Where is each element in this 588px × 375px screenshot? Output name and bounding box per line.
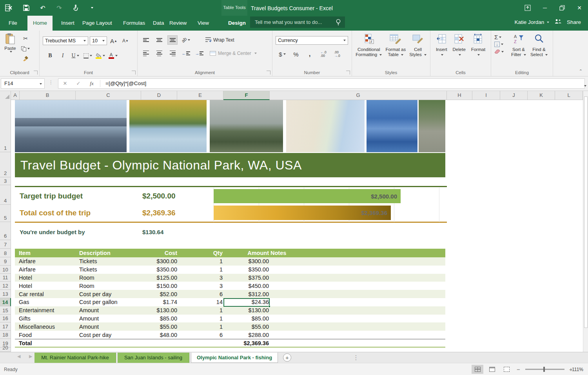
bold-button[interactable]: B: [45, 51, 55, 60]
cell[interactable]: Airfare: [19, 257, 78, 266]
sheet-nav-right-icon[interactable]: ▶: [29, 354, 32, 359]
cell[interactable]: $48.00: [138, 331, 177, 339]
alignment-dialog-launcher[interactable]: [267, 71, 270, 75]
tab-design[interactable]: Design: [223, 16, 251, 31]
number-format-combo[interactable]: Currency: [276, 36, 348, 45]
row-header-10[interactable]: 10: [0, 266, 11, 274]
under-budget-value[interactable]: $130.64: [142, 228, 163, 236]
decrease-font-icon[interactable]: A▼: [120, 36, 131, 46]
cell[interactable]: $130.00: [138, 306, 177, 315]
cancel-formula-icon[interactable]: ✕: [59, 79, 71, 88]
table-header-item[interactable]: Item: [19, 249, 78, 257]
total-cost-label[interactable]: Total cost of the trip: [20, 206, 91, 220]
cell[interactable]: $450.00: [230, 282, 269, 290]
column-header-J[interactable]: J: [500, 91, 528, 100]
increase-decimal-button[interactable]: ←.0.00: [318, 49, 328, 59]
row-header-7[interactable]: 7: [0, 240, 11, 249]
cell[interactable]: $350.00: [138, 266, 177, 274]
cell[interactable]: Entertainment: [19, 306, 78, 315]
cell[interactable]: $300.00: [230, 257, 269, 266]
sheet-tab-2[interactable]: San Juan Islands - sailing: [118, 353, 189, 363]
cell[interactable]: $350.00: [230, 266, 269, 274]
tab-file[interactable]: File: [3, 16, 23, 31]
table-header-description[interactable]: Description: [79, 249, 138, 257]
cell[interactable]: 6: [183, 290, 223, 298]
row-header-4[interactable]: 4: [0, 185, 11, 205]
tab-page-layout[interactable]: Page Layout: [77, 16, 118, 31]
row-header-15[interactable]: 15: [0, 306, 11, 315]
total-label[interactable]: Total: [19, 339, 78, 347]
cell[interactable]: $85.00: [138, 315, 177, 323]
normal-view-button[interactable]: [472, 365, 483, 374]
select-all-corner[interactable]: [0, 91, 11, 100]
zoom-slider-thumb[interactable]: [543, 367, 545, 372]
cell[interactable]: $312.00: [230, 290, 269, 298]
table-header-notes[interactable]: Notes: [270, 249, 349, 257]
qat-customize-button[interactable]: [85, 3, 97, 13]
cell[interactable]: $375.00: [230, 274, 269, 282]
column-header-I[interactable]: I: [472, 91, 500, 100]
olympic-peninsula-map[interactable]: [286, 100, 365, 152]
restore-button[interactable]: [554, 0, 571, 16]
page-layout-view-button[interactable]: [486, 365, 498, 374]
save-button[interactable]: [20, 3, 32, 13]
cell[interactable]: Tickets: [79, 257, 138, 266]
tellme-search-input[interactable]: Tell me what you want to do...: [250, 16, 345, 28]
copy-button[interactable]: [20, 44, 31, 53]
orientation-button[interactable]: ab: [181, 35, 191, 45]
cell[interactable]: $288.00: [230, 331, 269, 339]
fill-handle[interactable]: [268, 305, 270, 308]
column-header-L[interactable]: L: [555, 91, 583, 100]
cell[interactable]: 1: [183, 257, 223, 266]
undo-button[interactable]: ↶: [37, 3, 49, 13]
cell[interactable]: Car rental: [19, 290, 78, 298]
merge-center-button[interactable]: Merge & Center: [210, 51, 257, 56]
find-select-button[interactable]: Find &Select: [529, 34, 549, 57]
heron-photo[interactable]: [210, 100, 283, 152]
font-size-combo[interactable]: 10: [90, 36, 107, 45]
paste-button[interactable]: Paste: [0, 33, 20, 64]
font-dialog-launcher[interactable]: [132, 71, 136, 75]
formula-input[interactable]: ✕ ✓ fx =[@Qty]*[@Cost]: [58, 78, 585, 89]
column-header-C[interactable]: C: [76, 91, 141, 100]
cell[interactable]: 1: [183, 306, 223, 315]
cell[interactable]: 1: [183, 266, 223, 274]
tab-formulas[interactable]: Formulas: [118, 16, 151, 31]
column-header-A[interactable]: A: [11, 91, 20, 100]
tab-view[interactable]: View: [192, 16, 214, 31]
cell[interactable]: Miscellaneous: [19, 322, 78, 331]
underline-button[interactable]: U: [70, 51, 80, 60]
comma-style-button[interactable]: ,: [305, 49, 315, 59]
formula-bar-expand-icon[interactable]: [583, 82, 586, 89]
target-budget-label[interactable]: Target trip budget: [20, 189, 83, 203]
align-middle-button[interactable]: [154, 35, 164, 45]
sort-filter-button[interactable]: AZ Sort &Filter: [508, 34, 529, 57]
clear-button[interactable]: [494, 48, 508, 55]
number-dialog-launcher[interactable]: [346, 71, 350, 75]
row-header-17[interactable]: 17: [0, 322, 11, 331]
cell[interactable]: Amount: [79, 322, 138, 331]
row-header-16[interactable]: 16: [0, 315, 11, 323]
row-header-6[interactable]: 6: [0, 222, 11, 240]
close-button[interactable]: ✕: [571, 0, 588, 16]
italic-button[interactable]: I: [58, 51, 68, 60]
row-header-1[interactable]: 1: [0, 100, 11, 152]
increase-font-icon[interactable]: A▲: [109, 36, 119, 46]
fly-fishing-photo[interactable]: [129, 100, 207, 152]
column-header-F[interactable]: F: [223, 91, 270, 100]
cell[interactable]: Tickets: [79, 266, 138, 274]
cell[interactable]: 1: [183, 322, 223, 331]
cell[interactable]: $55.00: [138, 322, 177, 331]
under-budget-label[interactable]: You're under budget by: [20, 228, 85, 236]
row-header-20[interactable]: 20: [0, 348, 11, 352]
decrease-decimal-button[interactable]: .00→.0: [332, 49, 342, 59]
sheet-nav-left-icon[interactable]: ◀: [17, 354, 20, 359]
total-cost-value[interactable]: $2,369.36: [142, 206, 176, 220]
tab-home[interactable]: Home: [27, 16, 53, 31]
sheet-tab-3[interactable]: Olympic National Park - fishing: [191, 353, 278, 363]
vertical-scrollbar[interactable]: [583, 91, 588, 352]
delete-cells-button[interactable]: Delete: [453, 34, 466, 57]
cell[interactable]: Hotel: [19, 274, 78, 282]
cell[interactable]: Amount: [79, 306, 138, 315]
mountain-lake-photo[interactable]: [15, 100, 127, 152]
